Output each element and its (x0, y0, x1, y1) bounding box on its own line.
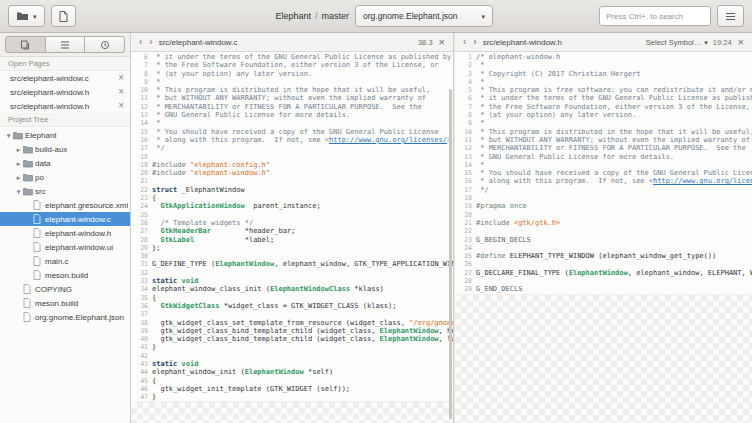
open-document-button[interactable]: ▾ (8, 5, 45, 27)
line-number: 14 (131, 119, 152, 127)
file-icon (33, 256, 45, 266)
sidebar-toolbar (0, 33, 130, 57)
line-number: 16 (131, 136, 152, 144)
line-number: 18 (131, 153, 152, 161)
code-line: 10 * This program is distributed in the … (455, 128, 752, 136)
code-line: 6 * it under the terms of the GNU Genera… (131, 53, 453, 61)
code-line: 7 * the Free Software Foundation, either… (455, 103, 752, 111)
nav-forward-icon[interactable]: › (148, 37, 153, 47)
line-number: 46 (131, 385, 152, 393)
code-line: 13 * GNU General Public License for more… (455, 153, 752, 161)
line-number: 12 (455, 144, 476, 152)
tree-item-build-aux[interactable]: ▸build-aux (0, 142, 130, 156)
code-line: 14 * (455, 161, 752, 169)
tree-item-meson.build[interactable]: meson.build (0, 296, 130, 310)
new-document-button[interactable] (51, 5, 76, 27)
code-line: 11 * but WITHOUT ANY WARRANTY; without e… (455, 136, 752, 144)
menu-button[interactable] (717, 5, 744, 27)
code-line: 32 (131, 269, 453, 277)
history-panel-toggle[interactable] (85, 36, 125, 53)
project-breadcrumb[interactable]: Elephant / master (275, 11, 349, 21)
expander-closed-icon[interactable]: ▸ (14, 174, 23, 181)
code-line: 10 * This program is distributed in the … (131, 86, 453, 94)
code-line: 26 /* Template widgets */ (131, 219, 453, 227)
code-line: 25 (131, 211, 453, 219)
code-line: 46 gtk_widget_init_template (GTK_WIDGET … (131, 385, 453, 393)
build-config-label: org.gnome.Elephant.json (363, 11, 458, 21)
caret-down-icon: ▾ (33, 13, 37, 20)
folder-icon (23, 145, 35, 154)
code-line: 20 (455, 211, 752, 219)
line-number: 33 (131, 277, 152, 285)
open-pages-label: Open Pages (8, 59, 50, 68)
code-line: 7 * the Free Software Foundation, either… (131, 61, 453, 69)
tree-item-elephant-window.c[interactable]: elephant-window.c (0, 212, 130, 226)
nav-forward-icon[interactable]: › (472, 37, 477, 47)
tree-item-label: elephant-window.h (45, 229, 111, 238)
code-area[interactable]: 6 * it under the terms of the GNU Genera… (131, 52, 453, 401)
tree-item-Elephant[interactable]: ▾Elephant (0, 128, 130, 142)
tree-item-label: data (35, 159, 51, 168)
expander-closed-icon[interactable]: ▸ (14, 146, 23, 153)
line-number: 10 (131, 86, 152, 94)
close-icon[interactable]: × (114, 73, 124, 83)
nav-back-icon[interactable]: ‹ (462, 37, 467, 47)
code-line: 24 GtkApplicationWindow parent_instance; (131, 202, 453, 210)
expander-closed-icon[interactable]: ▸ (14, 160, 23, 167)
tree-item-po[interactable]: ▸po (0, 170, 130, 184)
expander-open-icon[interactable]: ▾ (4, 132, 13, 139)
tree-item-elephant-window.h[interactable]: elephant-window.h (0, 226, 130, 240)
folder-icon (23, 159, 35, 168)
editor-header-left: ‹ › src/elephant-window.c 38.3 × (131, 33, 453, 52)
tree-item-src[interactable]: ▾src (0, 184, 130, 198)
open-page-item[interactable]: src/elephant-window.h× (0, 99, 130, 113)
pages-panel-toggle[interactable] (5, 36, 46, 53)
open-page-item[interactable]: src/elephant-window.h× (0, 85, 130, 99)
expander-open-icon[interactable]: ▾ (14, 188, 23, 195)
line-number: 20 (131, 169, 152, 177)
tree-item-COPYING[interactable]: COPYING (0, 282, 130, 296)
line-number: 40 (131, 335, 152, 343)
code-line: 42 (131, 352, 453, 360)
tree-item-elephant.gresource.xml[interactable]: elephant.gresource.xml (0, 198, 130, 212)
line-number: 10 (455, 128, 476, 136)
nav-back-icon[interactable]: ‹ (138, 37, 143, 47)
code-line: 37 (131, 310, 453, 318)
open-page-label: src/elephant-window.h (10, 88, 114, 97)
tree-item-label: po (35, 173, 44, 182)
line-number: 13 (455, 153, 476, 161)
close-icon[interactable]: × (737, 37, 745, 48)
code-line: 40 gtk_widget_class_bind_template_child … (131, 335, 453, 343)
line-number: 35 (131, 294, 152, 302)
project-tree-header: Project Tree (0, 113, 130, 127)
code-area[interactable]: 1/* elephant-window.h2 *3 * Copyright (C… (455, 52, 752, 294)
search-input[interactable] (599, 6, 711, 26)
close-icon[interactable]: × (114, 101, 124, 111)
code-line: 19#include "elephant-config.h" (131, 161, 453, 169)
tree-item-meson.build[interactable]: meson.build (0, 268, 130, 282)
clock-icon (100, 40, 110, 50)
line-number: 38 (131, 319, 152, 327)
tree-item-org.gnome.Elephant.json[interactable]: org.gnome.Elephant.json (0, 310, 130, 324)
code-line: 1/* elephant-window.h (455, 53, 752, 61)
select-symbol-button[interactable]: Select Symbol… ▾ (646, 38, 708, 47)
open-page-item[interactable]: src/elephant-window.c× (0, 71, 130, 85)
tree-item-label: src (35, 187, 46, 196)
line-number: 23 (131, 194, 152, 202)
cursor-position: 19:24 (713, 38, 732, 47)
code-line: 17 */ (455, 186, 752, 194)
build-config-button[interactable]: org.gnome.Elephant.json ▾ (355, 5, 493, 27)
tree-item-label: meson.build (35, 299, 78, 308)
code-line: 28 (455, 277, 752, 285)
code-line: 41} (131, 343, 453, 351)
close-icon[interactable]: × (438, 37, 446, 48)
line-number: 34 (131, 285, 152, 293)
tree-item-label: org.gnome.Elephant.json (35, 313, 124, 322)
tree-item-main.c[interactable]: main.c (0, 254, 130, 268)
tree-item-data[interactable]: ▸data (0, 156, 130, 170)
vertical-scrollbar[interactable] (449, 89, 452, 419)
line-number: 25 (455, 252, 476, 260)
tree-item-elephant-window.ui[interactable]: elephant-window.ui (0, 240, 130, 254)
close-icon[interactable]: × (114, 87, 124, 97)
tree-panel-toggle[interactable] (46, 36, 86, 53)
